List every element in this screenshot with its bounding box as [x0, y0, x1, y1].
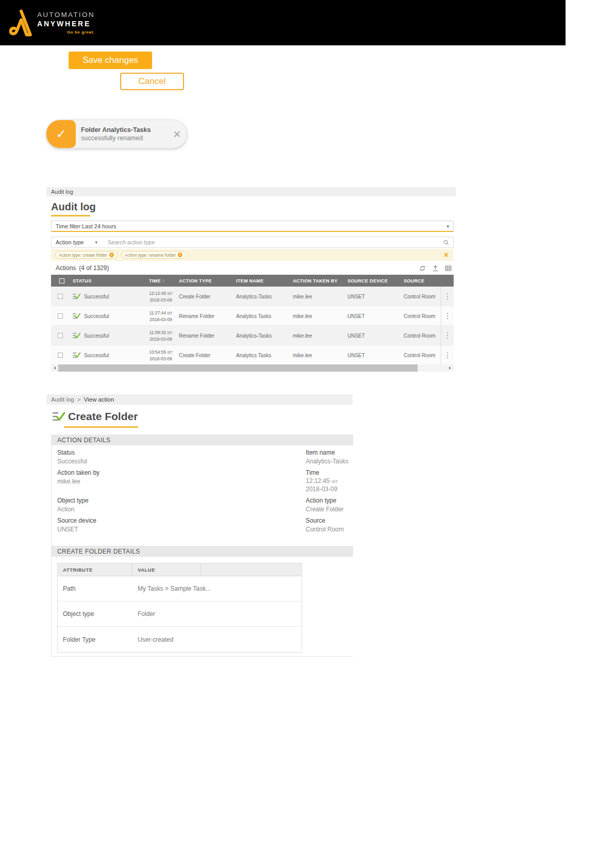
chip-remove-icon[interactable]: × [109, 253, 114, 257]
brand-lockup: AUTOMATION ANYWHERE Go be great. [37, 11, 95, 35]
table-row: Path My Tasks > Sample Task... [58, 576, 302, 602]
field-object-type: Object type Action [57, 497, 89, 513]
row-kebab-menu-icon[interactable] [441, 345, 454, 365]
table-row[interactable]: Successful 11:27:44 IST 2018-03-09 Renam… [51, 306, 454, 326]
source-cell: Control Room [401, 294, 441, 299]
action-type-cell: Rename Folder [176, 313, 233, 319]
breadcrumb: Audit log [46, 187, 456, 196]
field-label: Object type [57, 497, 89, 504]
field-item-name: Item name Analytics-Tasks [306, 449, 349, 465]
column-header-time[interactable]: TIME ↓ [146, 278, 176, 283]
column-header-attribute: ATTRIBUTE [58, 563, 132, 576]
automation-anywhere-logo-icon [9, 9, 33, 37]
column-header-source-device[interactable]: SOURCE DEVICE [344, 278, 401, 283]
actions-toolbar: Actions (4 of 1329) [51, 262, 454, 274]
table-row[interactable]: Successful 10:54:55 IST 2018-03-09 Creat… [51, 345, 454, 365]
audit-log-table: STATUS TIME ↓ ACTION TYPE ITEM NAME ACTI… [51, 275, 454, 365]
scrollbar-thumb[interactable] [58, 364, 418, 372]
row-kebab-menu-icon[interactable] [441, 326, 454, 345]
filter-chip-create-folder[interactable]: Action type: create folder × [55, 251, 118, 259]
row-checkbox[interactable] [58, 353, 63, 358]
action-taken-by-cell: mike.lee [290, 333, 344, 339]
scroll-left-icon[interactable] [51, 364, 58, 372]
source-device-cell: UNSET [344, 353, 401, 358]
row-kebab-menu-icon[interactable] [441, 287, 454, 306]
toast-text: Folder Analytics-Tasks successfully rena… [81, 126, 151, 142]
refresh-icon[interactable] [419, 264, 426, 272]
filter-chip-rename-folder[interactable]: Action type: rename folder × [121, 251, 186, 259]
time-filter-select[interactable]: Time filter:Last 24 hours ▾ [51, 221, 454, 232]
column-header-empty [201, 563, 302, 576]
attribute-table-header: ATTRIBUTE VALUE [58, 563, 302, 576]
field-label: Action type [306, 497, 343, 504]
source-device-cell: UNSET [344, 294, 401, 299]
field-time: Time 12:12:45 IST 2018-03-09 [306, 469, 338, 493]
customize-columns-icon[interactable] [444, 264, 452, 272]
search-input[interactable] [108, 239, 443, 245]
column-header-item-name[interactable]: ITEM NAME [233, 278, 290, 283]
action-taken-by-cell: mike.lee [290, 294, 344, 299]
breadcrumb-view-action: View action [84, 396, 114, 403]
search-icon[interactable] [443, 240, 449, 245]
table-row: Folder Type User-created [58, 627, 302, 652]
source-cell: Control Room [401, 313, 441, 319]
attribute-cell: Path [58, 576, 132, 601]
view-action-title: Create Folder [68, 410, 138, 423]
status-text: Successful [84, 294, 109, 299]
row-checkbox[interactable] [58, 294, 63, 299]
cancel-button[interactable]: Cancel [120, 73, 184, 90]
status-success-icon [73, 312, 80, 320]
action-details-panel: ACTION DETAILS Status Successful Item na… [51, 435, 353, 657]
time-cell: 11:08:32 IST 2018-03-09 [146, 329, 176, 342]
status-success-icon [73, 293, 80, 300]
field-value: Create Folder [306, 506, 343, 513]
brand-line1: AUTOMATION [37, 11, 95, 19]
column-header-action-type[interactable]: ACTION TYPE [176, 278, 233, 283]
action-type-search-bar: Action type ▾ [51, 237, 454, 248]
title-underline [64, 426, 138, 428]
field-label: Source device [57, 517, 96, 524]
chip-remove-icon[interactable]: × [178, 253, 182, 257]
column-header-status[interactable]: STATUS [70, 278, 146, 283]
actions-count: (4 of 1329) [79, 264, 109, 272]
field-label: Time [306, 469, 338, 476]
page-title: Audit log [51, 201, 96, 213]
column-header-value: VALUE [132, 563, 201, 576]
value-cell: My Tasks > Sample Task... [132, 576, 302, 601]
toast-message: successfully renamed [81, 135, 151, 142]
scroll-right-icon[interactable] [446, 364, 454, 372]
horizontal-scrollbar[interactable] [51, 364, 454, 372]
item-name-cell: Analytics-Tasks [233, 294, 290, 299]
save-changes-button[interactable]: Save changes [69, 52, 152, 69]
title-underline [51, 215, 90, 216]
status-success-icon [73, 352, 80, 359]
field-label: Status [57, 449, 87, 456]
row-checkbox[interactable] [58, 333, 63, 338]
select-all-checkbox[interactable] [59, 278, 64, 283]
value-cell: User-created [132, 627, 302, 652]
time-filter-value: Time filter:Last 24 hours [56, 223, 117, 229]
field-status: Status Successful [57, 449, 87, 465]
row-checkbox[interactable] [58, 313, 63, 319]
column-header-source[interactable]: SOURCE [401, 278, 441, 283]
row-kebab-menu-icon[interactable] [441, 306, 454, 326]
field-label: Item name [306, 449, 349, 456]
export-icon[interactable] [432, 264, 439, 272]
table-row[interactable]: Successful 12:12:45 IST 2018-03-09 Creat… [51, 287, 454, 306]
field-label: Source [306, 517, 344, 524]
brand-line2: ANYWHERE [37, 20, 95, 28]
field-action-taken-by: Action taken by mike.lee [57, 469, 99, 485]
chevron-down-icon[interactable]: ▾ [95, 240, 97, 245]
column-header-action-taken-by[interactable]: ACTION TAKEN BY [290, 278, 344, 283]
create-folder-details-section-header: CREATE FOLDER DETAILS [52, 546, 353, 557]
action-type-dropdown[interactable]: Action type [56, 239, 84, 245]
clear-filters-icon[interactable]: × [444, 251, 449, 259]
chevron-down-icon: ▾ [446, 224, 449, 229]
breadcrumb-audit-log-link[interactable]: Audit log [51, 396, 74, 403]
field-source-device: Source device UNSET [57, 517, 96, 533]
field-value: mike.lee [57, 478, 99, 485]
time-cell: 12:12:45 IST 2018-03-09 [146, 290, 176, 303]
toast-close-icon[interactable]: × [173, 127, 181, 141]
table-row[interactable]: Successful 11:08:32 IST 2018-03-09 Renam… [51, 326, 454, 345]
field-label: Action taken by [57, 469, 99, 476]
